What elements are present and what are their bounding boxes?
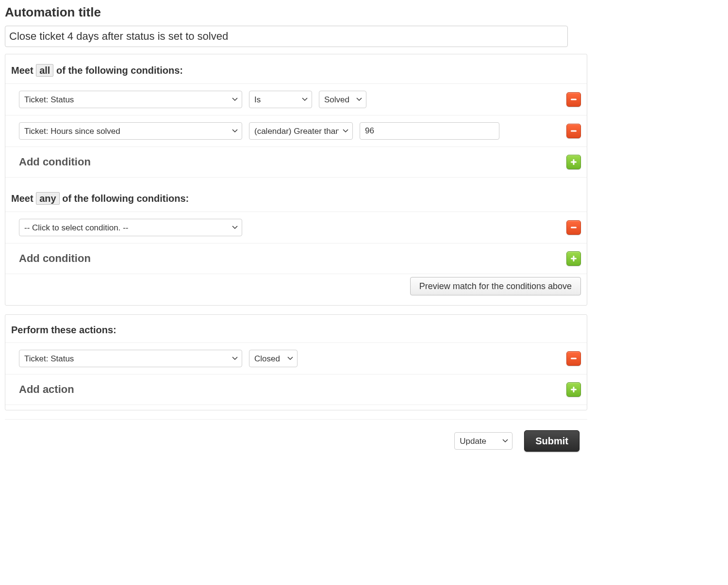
condition-value-input[interactable] [360, 122, 499, 140]
all-badge: all [36, 64, 53, 77]
minus-icon [570, 355, 578, 362]
add-action-row: Add action [5, 374, 587, 405]
actions-panel: Perform these actions: Ticket: Status Cl… [5, 314, 587, 410]
plus-icon [570, 386, 578, 393]
condition-operator-select[interactable]: Is [249, 91, 312, 108]
remove-action-button[interactable] [566, 351, 581, 366]
meet-any-heading: Meet any of the following conditions: [5, 192, 587, 211]
svg-rect-7 [571, 358, 577, 359]
remove-condition-button[interactable] [566, 92, 581, 107]
condition-field-select[interactable]: -- Click to select condition. -- [19, 219, 242, 236]
meet-text-prefix: Meet [11, 65, 33, 76]
minus-icon [570, 224, 578, 231]
add-action-button[interactable] [566, 382, 581, 397]
svg-rect-9 [571, 389, 577, 390]
perform-actions-heading: Perform these actions: [5, 325, 587, 342]
automation-title-input[interactable] [5, 26, 568, 47]
minus-icon [570, 127, 578, 135]
add-condition-button[interactable] [566, 251, 581, 266]
remove-condition-button[interactable] [566, 124, 581, 138]
meet-all-heading: Meet all of the following conditions: [5, 64, 587, 83]
svg-rect-4 [571, 227, 577, 228]
condition-field-select[interactable]: Ticket: Hours since solved [19, 122, 242, 140]
meet-text-suffix: of the following conditions: [56, 65, 183, 76]
svg-rect-0 [571, 99, 577, 100]
remove-condition-button[interactable] [566, 220, 581, 235]
condition-field-select[interactable]: Ticket: Status [19, 91, 242, 108]
add-condition-label: Add condition [19, 156, 91, 168]
condition-row: -- Click to select condition. -- [5, 211, 587, 243]
conditions-panel: Meet all of the following conditions: Ti… [5, 54, 587, 306]
plus-icon [570, 255, 578, 262]
add-action-label: Add action [19, 383, 74, 396]
svg-rect-6 [571, 258, 577, 260]
add-condition-row: Add condition [5, 146, 587, 178]
minus-icon [570, 96, 578, 103]
meet-text-prefix: Meet [11, 193, 33, 204]
meet-text-suffix: of the following conditions: [62, 193, 189, 204]
preview-match-button[interactable]: Preview match for the conditions above [410, 277, 581, 295]
any-badge: any [36, 192, 59, 205]
submit-button[interactable]: Submit [524, 430, 579, 452]
plus-icon [570, 158, 578, 166]
action-value-select[interactable]: Closed [249, 350, 298, 367]
add-condition-label: Add condition [19, 252, 91, 265]
footer: Update Submit [5, 419, 587, 456]
automation-title-label: Automation title [5, 5, 587, 20]
svg-rect-1 [571, 130, 577, 132]
condition-row: Ticket: Hours since solved (calendar) Gr… [5, 115, 587, 146]
action-row: Ticket: Status Closed [5, 342, 587, 374]
footer-action-select[interactable]: Update [454, 432, 513, 450]
svg-rect-3 [571, 162, 577, 163]
action-field-select[interactable]: Ticket: Status [19, 350, 242, 367]
add-condition-row: Add condition [5, 243, 587, 274]
condition-row: Ticket: Status Is Solved [5, 83, 587, 115]
condition-value-select[interactable]: Solved [319, 91, 366, 108]
add-condition-button[interactable] [566, 155, 581, 169]
condition-operator-select[interactable]: (calendar) Greater than [249, 122, 353, 140]
